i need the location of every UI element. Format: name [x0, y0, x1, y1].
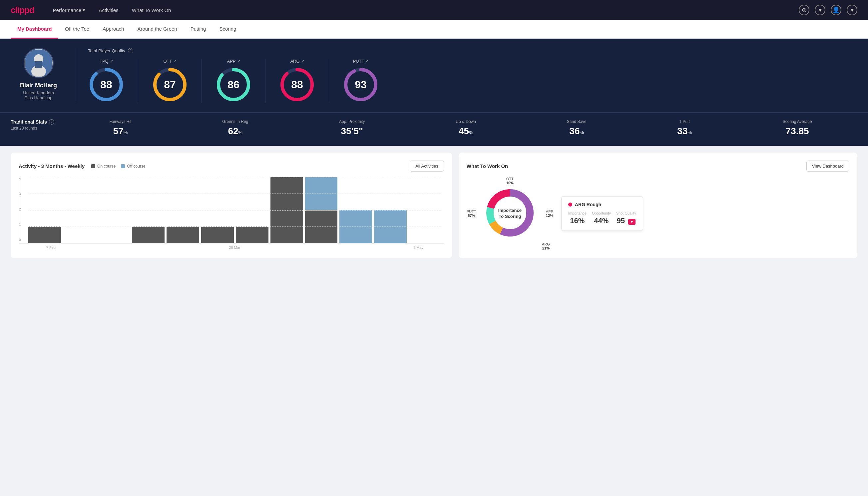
all-activities-button[interactable]: All Activities — [410, 160, 444, 172]
bar-group-3 — [132, 177, 164, 243]
scores-section: Total Player Quality ? TPQ ↗ 88 OTT ↗ 87 — [77, 48, 857, 103]
app-label: APP 12% — [546, 210, 553, 218]
donut-center-text: Importance To Scoring — [498, 207, 522, 219]
bar-chart: 4 3 2 1 0 — [19, 177, 444, 244]
player-info: Blair McHarg United Kingdom Plus Handica… — [11, 48, 77, 103]
ring-value-app: 86 — [227, 79, 239, 91]
top-nav: clippd Performance ▾ Activities What To … — [0, 0, 868, 20]
nav-activities[interactable]: Activities — [99, 7, 118, 13]
nav-what-to-work-on[interactable]: What To Work On — [132, 7, 171, 13]
stat-value-1: 62% — [228, 126, 242, 137]
stat-name-1: Greens In Reg — [222, 119, 248, 124]
score-card-app: APP ↗ 86 — [202, 59, 266, 103]
tab-my-dashboard[interactable]: My Dashboard — [11, 20, 58, 38]
bar-offcourse-8 — [305, 177, 338, 210]
ring-value-ott: 87 — [164, 79, 176, 91]
stat-value-3: 45% — [459, 126, 473, 137]
add-dropdown[interactable]: ▾ — [815, 5, 825, 15]
stat-value-6: 73.85 — [786, 126, 809, 137]
detail-opportunity: Opportunity 44% — [592, 211, 611, 225]
stat-name-3: Up & Down — [456, 119, 476, 124]
detail-importance: Importance 16% — [568, 211, 586, 225]
score-label-ott: OTT ↗ — [163, 59, 176, 64]
ring-value-putt: 93 — [355, 79, 367, 91]
tab-putting[interactable]: Putting — [184, 20, 213, 38]
tab-approach[interactable]: Approach — [96, 20, 130, 38]
oncourse-dot — [91, 164, 95, 168]
score-label-putt: PUTT ↗ — [353, 59, 369, 64]
stat-name-4: Sand Save — [567, 119, 586, 124]
donut-svg-wrap: Importance To Scoring — [483, 186, 537, 241]
x-label-3 — [166, 246, 212, 249]
bottom-panels: Activity - 3 Months - Weekly On course O… — [0, 146, 868, 265]
stat-item-2: App. Proximity 35'5" — [339, 119, 365, 137]
score-card-ott: OTT ↗ 87 — [138, 59, 202, 103]
bar-group-7 — [270, 177, 303, 243]
bar-oncourse-4 — [167, 227, 199, 243]
arg-label: ARG 21% — [542, 242, 550, 250]
activity-panel-header: Activity - 3 Months - Weekly On course O… — [19, 160, 444, 172]
stat-value-4: 36% — [569, 126, 584, 137]
ring-ott: 87 — [152, 66, 188, 103]
bar-oncourse-8 — [305, 211, 338, 244]
avatar — [23, 48, 53, 78]
stat-name-0: Fairways Hit — [109, 119, 131, 124]
nav-right-actions: ⊕ ▾ 👤 ▾ — [799, 5, 857, 15]
bar-group-11 — [409, 177, 441, 243]
stats-help-icon[interactable]: ? — [49, 119, 54, 125]
legend-offcourse: Off course — [121, 164, 145, 169]
bar-offcourse-10 — [374, 210, 407, 243]
stat-item-4: Sand Save 36% — [567, 119, 586, 137]
x-label-5 — [257, 246, 303, 249]
score-circles: TPQ ↗ 88 OTT ↗ 87 APP ↗ — [88, 59, 857, 103]
add-button[interactable]: ⊕ — [799, 5, 809, 15]
stat-items: Fairways Hit 57% Greens In Reg 62% App. … — [64, 119, 857, 137]
activity-chart-panel: Activity - 3 Months - Weekly On course O… — [11, 153, 452, 258]
ring-app: 86 — [215, 66, 252, 103]
tpq-help-icon[interactable]: ? — [128, 48, 133, 53]
stat-value-2: 35'5" — [341, 126, 363, 137]
bar-oncourse-0 — [28, 227, 61, 243]
stat-item-6: Scoring Average 73.85 — [783, 119, 812, 137]
bar-group-6 — [236, 177, 268, 243]
stat-value-0: 57% — [113, 126, 128, 137]
x-label-1 — [74, 246, 120, 249]
bar-offcourse-9 — [340, 210, 372, 243]
offcourse-dot — [121, 164, 125, 168]
what-to-work-panel: What To Work On View Dashboard OTT 10% A… — [459, 153, 857, 258]
stat-item-0: Fairways Hit 57% — [109, 119, 131, 137]
x-label-4: 28 Mar — [212, 246, 258, 249]
bar-oncourse-6 — [236, 227, 268, 243]
bar-oncourse-7 — [270, 177, 303, 243]
stat-name-6: Scoring Average — [783, 119, 812, 124]
player-country: United Kingdom — [23, 90, 54, 95]
stat-item-1: Greens In Reg 62% — [222, 119, 248, 137]
ring-value-tpq: 88 — [100, 79, 112, 91]
bar-group-8 — [305, 177, 338, 243]
user-avatar-button[interactable]: 👤 — [831, 5, 841, 15]
detail-card: ARG Rough Importance 16% Opportunity 44%… — [561, 196, 643, 231]
score-card-tpq: TPQ ↗ 88 — [88, 59, 138, 103]
tab-off-the-tee[interactable]: Off the Tee — [58, 20, 96, 38]
what-panel-title: What To Work On — [467, 163, 508, 169]
player-handicap: Plus Handicap — [25, 95, 53, 100]
tab-around-the-green[interactable]: Around the Green — [130, 20, 184, 38]
ring-value-arg: 88 — [291, 79, 303, 91]
svg-rect-3 — [35, 61, 42, 68]
y-axis-labels: 4 3 2 1 0 — [19, 177, 21, 243]
stats-subtitle: Last 20 rounds — [11, 126, 64, 130]
logo[interactable]: clippd — [11, 5, 34, 15]
hero-section: Blair McHarg United Kingdom Plus Handica… — [0, 38, 868, 112]
x-label-6 — [303, 246, 349, 249]
view-dashboard-button[interactable]: View Dashboard — [806, 160, 849, 172]
tab-scoring[interactable]: Scoring — [212, 20, 243, 38]
bar-group-10 — [374, 177, 407, 243]
red-circle-icon — [568, 203, 572, 206]
down-arrow-badge: ▼ — [628, 219, 635, 225]
x-label-7 — [349, 246, 395, 249]
bar-oncourse-5 — [201, 227, 234, 243]
score-label-arg: ARG ↗ — [290, 59, 304, 64]
user-dropdown[interactable]: ▾ — [847, 5, 857, 15]
nav-performance[interactable]: Performance ▾ — [53, 7, 85, 13]
activity-chart-title: Activity - 3 Months - Weekly — [19, 163, 84, 169]
